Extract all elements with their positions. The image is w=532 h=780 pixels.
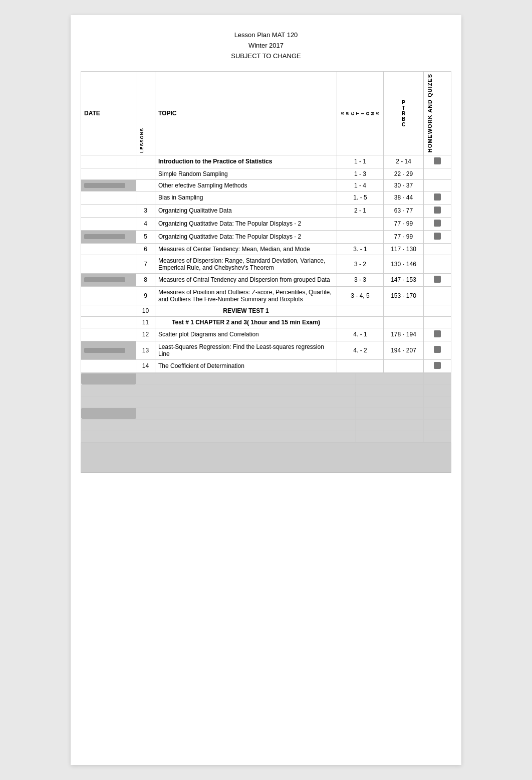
pages-cell: 77 - 99 xyxy=(384,217,424,230)
homework-cell xyxy=(424,168,451,179)
topic-cell: Bias in Sampling xyxy=(155,191,337,204)
section-cell xyxy=(337,316,384,328)
pages-cell: 130 - 146 xyxy=(384,255,424,273)
pages-header: P T R B C xyxy=(384,72,424,155)
header-line3: SUBJECT TO CHANGE xyxy=(81,51,451,62)
homework-icon xyxy=(434,346,441,353)
lesson-number xyxy=(136,168,155,179)
lesson-number: 8 xyxy=(136,273,155,286)
date-cell xyxy=(81,255,136,273)
lesson-number: 3 xyxy=(136,204,155,217)
date-cell xyxy=(81,341,136,359)
lessons-label: LESSONS xyxy=(139,128,144,153)
homework-cell xyxy=(424,273,451,286)
section-cell: 2 - 1 xyxy=(337,204,384,217)
topic-cell: Measures of Dispersion: Range, Standard … xyxy=(155,255,337,273)
section-cell: 1. - 5 xyxy=(337,191,384,204)
pages-cell xyxy=(384,316,424,328)
section-cell xyxy=(337,230,384,243)
section-cell xyxy=(337,305,384,316)
table-body: Introduction to the Practice of Statisti… xyxy=(81,155,451,372)
topic-cell: Introduction to the Practice of Statisti… xyxy=(155,155,337,168)
homework-cell xyxy=(424,243,451,255)
date-cell xyxy=(81,305,136,316)
table-row: 10REVIEW TEST 1 xyxy=(81,305,451,316)
date-cell xyxy=(81,204,136,217)
lesson-number xyxy=(136,179,155,191)
lesson-number xyxy=(136,191,155,204)
section-cell xyxy=(337,217,384,230)
homework-icon xyxy=(434,330,441,337)
pages-cell xyxy=(384,305,424,316)
table-row: Bias in Sampling1. - 538 - 44 xyxy=(81,191,451,204)
date-cell xyxy=(81,230,136,243)
lesson-number: 5 xyxy=(136,230,155,243)
lesson-number: 7 xyxy=(136,255,155,273)
homework-icon xyxy=(434,233,441,240)
homework-cell xyxy=(424,286,451,305)
homework-icon xyxy=(434,207,441,214)
lesson-table: DATE LESSONS TOPIC SECTIONS xyxy=(81,71,451,372)
footer-blurred xyxy=(81,443,451,473)
section-header: SECTIONS xyxy=(337,72,384,155)
homework-cell xyxy=(424,217,451,230)
lesson-number: 6 xyxy=(136,243,155,255)
lesson-number: 4 xyxy=(136,217,155,230)
table-row: 5Organizing Quatitative Data: The Popula… xyxy=(81,230,451,243)
blurred-tbody-1: ███████ ██ ████████████████████ ███ ████… xyxy=(81,373,451,442)
section-cell: 3 - 4, 5 xyxy=(337,286,384,305)
table-row: 13Least-Squares Regression: Find the Lea… xyxy=(81,341,451,359)
topic-cell: Simple Random Sampling xyxy=(155,168,337,179)
blurred-row: ██ ████████████████ ███ ████████ ▪ xyxy=(81,384,451,396)
date-cell xyxy=(81,359,136,372)
pages-cell: 30 - 37 xyxy=(384,179,424,191)
homework-cell xyxy=(424,305,451,316)
homework-cell xyxy=(424,155,451,168)
table-row: 3Organizing Qualitative Data2 - 163 - 77 xyxy=(81,204,451,217)
date-cell xyxy=(81,273,136,286)
topic-cell: Test # 1 CHAPTER 2 and 3( 1hour and 15 m… xyxy=(155,316,337,328)
pages-cell: 77 - 99 xyxy=(384,230,424,243)
homework-cell xyxy=(424,230,451,243)
homework-cell xyxy=(424,204,451,217)
pages-cell: 63 - 77 xyxy=(384,204,424,217)
table-row: 14The Coefficient of Determination xyxy=(81,359,451,372)
topic-cell: Measures of Center Tendency: Mean, Media… xyxy=(155,243,337,255)
homework-label: HOMEWORK AND QUIZES xyxy=(427,74,433,152)
homework-icon xyxy=(434,362,441,369)
section-cell: 3. - 1 xyxy=(337,243,384,255)
homework-cell xyxy=(424,316,451,328)
topic-cell: Organizing Quatitative Data: The Popular… xyxy=(155,217,337,230)
pages-cell: 22 - 29 xyxy=(384,168,424,179)
lessons-header: LESSONS xyxy=(136,72,155,155)
homework-icon xyxy=(434,220,441,227)
date-cell xyxy=(81,286,136,305)
date-cell xyxy=(81,243,136,255)
topic-cell: REVIEW TEST 1 xyxy=(155,305,337,316)
lesson-number: 12 xyxy=(136,328,155,341)
topic-cell: Other efective Sampling Methods xyxy=(155,179,337,191)
homework-icon xyxy=(434,193,441,201)
pages-cell: 147 - 153 xyxy=(384,273,424,286)
blurred-section-1: ███████ ██ ████████████████████ ███ ████… xyxy=(81,373,451,443)
blurred-row: ██ ████████████████ ███ ████████ ▪ xyxy=(81,419,451,431)
homework-icon xyxy=(434,276,441,283)
topic-cell: Measures of Cntral Tendency and Dispersi… xyxy=(155,273,337,286)
section-cell: 4. - 2 xyxy=(337,341,384,359)
table-row: 7Measures of Dispersion: Range, Standard… xyxy=(81,255,451,273)
topic-cell: Organizing Qualitative Data xyxy=(155,204,337,217)
pages-cell: 2 - 14 xyxy=(384,155,424,168)
topic-cell: The Coefficient of Determination xyxy=(155,359,337,372)
homework-cell xyxy=(424,191,451,204)
blurred-row: ██ ████████████████ ███ ████████ ▪ xyxy=(81,396,451,408)
lesson-number xyxy=(136,155,155,168)
pages-cell: 117 - 130 xyxy=(384,243,424,255)
date-header: DATE xyxy=(81,72,136,155)
section-cell: 1 - 1 xyxy=(337,155,384,168)
homework-cell xyxy=(424,328,451,341)
lesson-number: 9 xyxy=(136,286,155,305)
date-cell xyxy=(81,217,136,230)
date-cell xyxy=(81,328,136,341)
table-row: Other efective Sampling Methods1 - 430 -… xyxy=(81,179,451,191)
date-cell xyxy=(81,155,136,168)
